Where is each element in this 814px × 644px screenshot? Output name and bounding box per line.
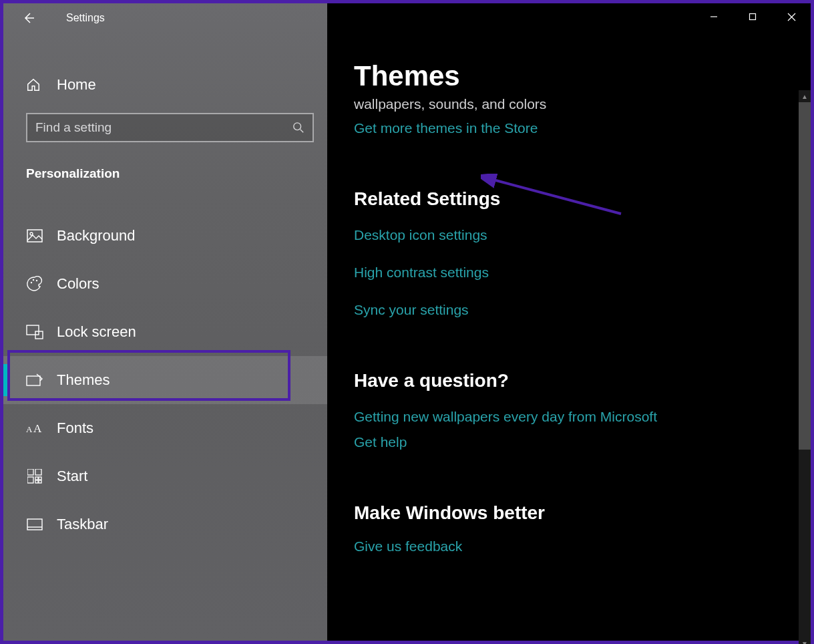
- sidebar-item-label: Start: [57, 468, 87, 485]
- scroll-down-icon[interactable]: ▼: [799, 637, 811, 644]
- svg-rect-9: [27, 376, 40, 385]
- get-help-link[interactable]: Get help: [354, 434, 407, 450]
- themes-icon: [26, 371, 43, 389]
- sidebar: Settings Home Personalization Background: [3, 3, 327, 641]
- svg-rect-7: [27, 325, 39, 335]
- feedback-link[interactable]: Give us feedback: [354, 538, 462, 554]
- sidebar-item-background[interactable]: Background: [3, 212, 327, 260]
- minimize-icon: [710, 13, 718, 21]
- page-title: Themes: [354, 60, 811, 92]
- titlebar: Settings: [3, 3, 327, 33]
- svg-rect-12: [27, 469, 33, 475]
- store-link[interactable]: Get more themes in the Store: [354, 120, 538, 136]
- home-button[interactable]: Home: [3, 69, 327, 101]
- sidebar-item-label: Fonts: [57, 420, 93, 437]
- svg-point-4: [31, 282, 32, 283]
- high-contrast-settings-link[interactable]: High contrast settings: [354, 265, 489, 281]
- svg-rect-14: [27, 477, 33, 483]
- maximize-icon: [749, 13, 757, 21]
- window-controls: [694, 3, 811, 30]
- related-settings-heading: Related Settings: [354, 188, 811, 210]
- window-title: Settings: [66, 12, 105, 24]
- wallpapers-help-link[interactable]: Getting new wallpapers every day from Mi…: [354, 409, 657, 425]
- minimize-button[interactable]: [694, 3, 733, 30]
- desktop-icon-settings-link[interactable]: Desktop icon settings: [354, 227, 487, 243]
- sidebar-item-colors[interactable]: Colors: [3, 260, 327, 308]
- svg-rect-13: [35, 469, 41, 475]
- back-button[interactable]: [15, 5, 42, 31]
- home-icon: [26, 77, 42, 92]
- svg-rect-16: [39, 477, 41, 480]
- home-label: Home: [57, 76, 96, 94]
- arrow-left-icon: [22, 11, 35, 25]
- taskbar-icon: [26, 516, 43, 533]
- svg-rect-2: [27, 230, 42, 242]
- search-icon: [292, 122, 304, 134]
- svg-rect-22: [750, 14, 756, 20]
- sidebar-item-label: Taskbar: [57, 516, 108, 533]
- sidebar-item-label: Themes: [57, 371, 110, 389]
- svg-line-1: [300, 130, 304, 133]
- svg-rect-18: [39, 480, 41, 483]
- page-subtitle: wallpapers, sounds, and colors: [354, 96, 811, 112]
- search-box[interactable]: [26, 113, 314, 142]
- lockscreen-icon: [26, 323, 43, 341]
- picture-icon: [26, 227, 43, 245]
- sidebar-item-label: Lock screen: [57, 323, 136, 341]
- sidebar-item-lockscreen[interactable]: Lock screen: [3, 308, 327, 356]
- nav-list: Background Colors Lock screen Themes: [3, 212, 327, 548]
- sidebar-item-label: Background: [57, 227, 135, 245]
- svg-point-5: [33, 279, 34, 281]
- question-heading: Have a question?: [354, 370, 811, 391]
- sidebar-item-label: Colors: [57, 275, 99, 293]
- sync-settings-link[interactable]: Sync your settings: [354, 302, 469, 318]
- maximize-button[interactable]: [733, 3, 772, 30]
- svg-point-6: [36, 280, 37, 281]
- svg-text:A: A: [33, 422, 42, 435]
- sidebar-item-fonts[interactable]: AA Fonts: [3, 404, 327, 452]
- svg-rect-19: [27, 519, 42, 530]
- start-icon: [26, 468, 43, 485]
- search-input[interactable]: [35, 120, 292, 135]
- svg-rect-17: [35, 480, 38, 483]
- main-content: Themes wallpapers, sounds, and colors Ge…: [327, 3, 811, 641]
- svg-point-0: [294, 123, 301, 130]
- scrollbar[interactable]: ▲ ▼: [799, 102, 811, 637]
- svg-point-3: [30, 232, 33, 235]
- better-heading: Make Windows better: [354, 502, 811, 524]
- palette-icon: [26, 275, 43, 293]
- sidebar-item-themes[interactable]: Themes: [3, 356, 327, 404]
- sidebar-item-start[interactable]: Start: [3, 452, 327, 500]
- close-button[interactable]: [772, 3, 811, 30]
- sidebar-item-taskbar[interactable]: Taskbar: [3, 500, 327, 548]
- svg-rect-15: [35, 477, 38, 480]
- close-icon: [787, 13, 796, 21]
- category-heading: Personalization: [26, 166, 327, 181]
- related-links: Desktop icon settings High contrast sett…: [354, 227, 811, 318]
- scroll-thumb[interactable]: [799, 102, 811, 450]
- settings-window: Settings Home Personalization Background: [3, 3, 811, 641]
- scroll-up-icon[interactable]: ▲: [799, 90, 811, 102]
- svg-text:A: A: [26, 424, 33, 434]
- fonts-icon: AA: [26, 420, 43, 437]
